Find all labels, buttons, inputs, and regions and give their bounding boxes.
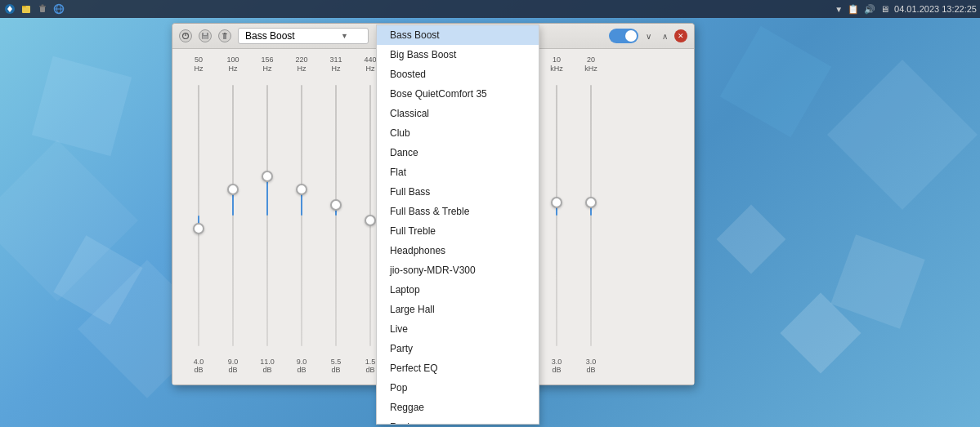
dropdown-item-1[interactable]: Big Bass Boost: [377, 45, 539, 64]
enable-toggle[interactable]: [609, 29, 638, 43]
dropdown-item-14[interactable]: Large Hall: [377, 300, 539, 319]
freq-label: 100Hz: [226, 56, 239, 73]
svg-rect-16: [224, 33, 226, 34]
slider-track[interactable]: [369, 85, 371, 346]
dropdown-item-16[interactable]: Party: [377, 339, 539, 358]
taskbar: ▼ 📋 🔊 🖥 04.01.2023 13:22:25: [0, 0, 980, 18]
next-preset-button[interactable]: ∧: [658, 29, 671, 42]
slider-handle[interactable]: [585, 197, 597, 208]
dropdown-item-0[interactable]: Bass Boost: [377, 25, 539, 45]
system-clock: 04.01.2023 13:22:25: [894, 4, 977, 14]
preset-select[interactable]: Bass Boost ▼: [238, 28, 369, 44]
system-tray-expand[interactable]: ▼: [835, 5, 843, 14]
dropdown-item-11[interactable]: Headphones: [377, 241, 539, 260]
display-tray-icon[interactable]: 🖥: [880, 4, 889, 14]
prev-preset-button[interactable]: ∨: [642, 29, 655, 42]
dropdown-item-20[interactable]: Rock: [377, 417, 539, 425]
slider-track[interactable]: [232, 85, 234, 346]
dropdown-item-17[interactable]: Perfect EQ: [377, 358, 539, 378]
db-label: 9.0dB: [297, 358, 307, 376]
slider-col-220: 220Hz9.0dB: [285, 56, 318, 375]
slider-col-20: 20kHz3.0dB: [575, 56, 607, 375]
bg-shape-5: [830, 234, 924, 328]
dropdown-item-13[interactable]: Laptop: [377, 280, 539, 300]
dropdown-item-6[interactable]: Dance: [377, 143, 539, 162]
bg-shape-3: [32, 56, 132, 156]
slider-track-wrapper: [369, 77, 371, 354]
slider-handle[interactable]: [330, 199, 342, 211]
freq-label: 50Hz: [195, 56, 204, 73]
svg-rect-14: [223, 34, 226, 39]
clipboard-tray-icon[interactable]: 📋: [848, 4, 859, 15]
slider-col-50: 50Hz4.0dB: [182, 56, 215, 375]
trash-icon[interactable]: [36, 2, 49, 16]
dropdown-item-4[interactable]: Classical: [377, 104, 539, 123]
dropdown-item-8[interactable]: Full Bass: [377, 182, 539, 202]
slider-track[interactable]: [266, 85, 268, 346]
dropdown-item-5[interactable]: Club: [377, 123, 539, 143]
slider-track-wrapper: [232, 77, 234, 354]
dropdown-item-15[interactable]: Live: [377, 319, 539, 339]
svg-rect-3: [40, 7, 45, 12]
slider-handle[interactable]: [227, 184, 239, 195]
preset-selected-label: Bass Boost: [245, 30, 295, 42]
taskbar-right: ▼ 📋 🔊 🖥 04.01.2023 13:22:25: [835, 4, 977, 15]
slider-handle[interactable]: [262, 171, 273, 182]
dropdown-arrow-icon: ▼: [341, 32, 348, 40]
slider-track[interactable]: [301, 85, 302, 346]
db-label: 11.0dB: [260, 358, 275, 376]
slider-col-156: 156Hz11.0dB: [251, 56, 284, 375]
slider-track-wrapper: [590, 77, 592, 354]
dropdown-item-3[interactable]: Bose QuietComfort 35: [377, 84, 539, 104]
slider-track[interactable]: [198, 85, 199, 346]
freq-label: 311Hz: [329, 56, 342, 73]
browser-icon[interactable]: [52, 2, 65, 16]
slider-track[interactable]: [335, 85, 337, 346]
power-button[interactable]: [179, 29, 192, 42]
slider-track-wrapper: [266, 77, 268, 354]
slider-track-wrapper: [335, 77, 337, 354]
desktop: ▼ 📋 🔊 🖥 04.01.2023 13:22:25 Bass Boost: [0, 0, 980, 427]
svg-rect-12: [204, 33, 207, 35]
svg-rect-5: [42, 5, 44, 7]
slider-track-wrapper: [198, 77, 199, 354]
dropdown-item-7[interactable]: Flat: [377, 162, 539, 182]
freq-label: 20kHz: [584, 56, 597, 73]
delete-preset-button[interactable]: [218, 29, 231, 42]
kde-icon[interactable]: [3, 2, 16, 16]
db-label: 3.0dB: [586, 358, 597, 376]
dropdown-item-9[interactable]: Full Bass & Treble: [377, 202, 539, 221]
db-label: 1.5dB: [365, 358, 376, 376]
freq-label: 10kHz: [550, 56, 563, 73]
bg-shape-6: [827, 60, 978, 210]
slider-col-10: 10kHz3.0dB: [540, 56, 573, 375]
slider-track-wrapper: [556, 77, 557, 354]
dropdown-item-12[interactable]: jio-sony-MDR-V300: [377, 260, 539, 280]
slider-col-100: 100Hz9.0dB: [217, 56, 249, 375]
svg-rect-13: [203, 36, 208, 39]
dropdown-item-10[interactable]: Full Treble: [377, 221, 539, 241]
db-label: 9.0dB: [228, 358, 239, 376]
slider-handle[interactable]: [193, 223, 204, 234]
dropdown-item-18[interactable]: Pop: [377, 378, 539, 398]
slider-handle[interactable]: [296, 184, 307, 195]
slider-handle[interactable]: [551, 197, 562, 208]
db-label: 4.0dB: [194, 358, 204, 376]
files-icon[interactable]: [20, 2, 33, 16]
save-preset-button[interactable]: [199, 29, 212, 42]
slider-track[interactable]: [590, 85, 592, 346]
dropdown-item-2[interactable]: Boosted: [377, 64, 539, 84]
low-freq-sliders: 50Hz4.0dB100Hz9.0dB156Hz11.0dB220Hz9.0dB…: [182, 56, 387, 375]
close-button[interactable]: ✕: [674, 29, 687, 42]
slider-handle[interactable]: [365, 215, 376, 226]
slider-track-wrapper: [301, 77, 302, 354]
db-label: 5.5dB: [331, 358, 342, 376]
preset-dropdown-menu[interactable]: Bass BoostBig Bass BoostBoostedBose Quie…: [376, 24, 539, 425]
titlebar-controls: ∨ ∧ ✕: [609, 29, 687, 43]
volume-tray-icon[interactable]: 🔊: [864, 4, 875, 15]
slider-track[interactable]: [556, 85, 557, 346]
dropdown-item-19[interactable]: Reggae: [377, 398, 539, 417]
bg-shape-9: [717, 205, 786, 274]
freq-label: 220Hz: [295, 56, 307, 73]
svg-rect-2: [22, 6, 26, 7]
